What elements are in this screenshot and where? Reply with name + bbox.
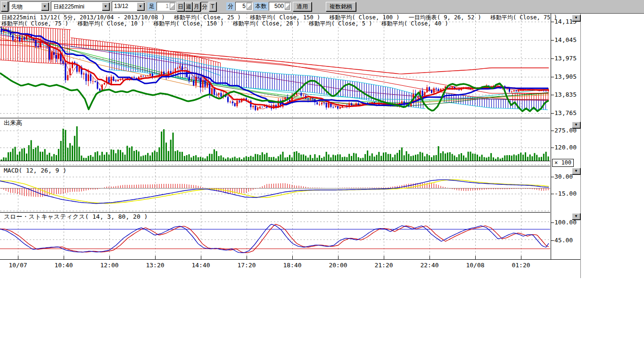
market-select-value: 先物 (11, 3, 23, 11)
period-minute-button[interactable]: 分 (201, 2, 208, 11)
time-axis-label: 18:40 (279, 262, 305, 269)
multi-symbol-button[interactable]: 複数銘柄 (326, 2, 356, 11)
stochastics-panel-label: スロー・ストキャスティクス( 14, 3, 80, 20 ) (4, 213, 148, 221)
chevron-down-icon: ▼ (137, 2, 144, 10)
y-axis-label: 13,765 (554, 109, 581, 116)
time-axis-label: 12:00 (96, 262, 123, 269)
period-tick-button[interactable]: T (209, 2, 216, 11)
chart-canvas (0, 0, 644, 362)
panel-indicator-dropdown-button[interactable]: ▼ (572, 213, 580, 220)
macd-signal-line (0, 180, 549, 203)
market-select[interactable]: 先物 ▼ (9, 1, 50, 11)
chevron-down-icon: ▼ (102, 2, 109, 10)
bar-type-label: 足 (148, 2, 156, 10)
period-week-button[interactable]: 週 (185, 2, 192, 11)
time-axis-label: 20:00 (325, 262, 351, 269)
bar-count-input[interactable]: 500 (269, 2, 291, 11)
spinner-icon[interactable] (285, 3, 290, 10)
panel-indicator-dropdown-button[interactable]: ▼ (572, 122, 580, 128)
time-axis-label: 21:20 (371, 262, 397, 269)
minutes-value: 5 (242, 3, 246, 9)
volume-panel-label: 出来高 (4, 119, 22, 127)
time-axis-label: 01:20 (508, 262, 534, 269)
trading-app-window: ▼ 先物 ▼ 日経225mini ▼ 13/12 ▼ 足 1 日 週 月 分 T… (0, 0, 644, 362)
time-axis-label: 14:40 (188, 262, 214, 269)
macd-line (0, 180, 549, 203)
spinner-icon[interactable] (247, 3, 252, 10)
minutes-label: 分 (226, 2, 235, 10)
bar-interval-value: 1 (165, 3, 169, 9)
stoch-k-line (0, 224, 549, 253)
minutes-input[interactable]: 5 (235, 2, 253, 11)
volume-unit-multiplier: × 100 (552, 159, 574, 167)
contract-month-select[interactable]: 13/12 ▼ (112, 1, 145, 11)
panel-indicator-dropdown-button[interactable]: ▼ (572, 15, 580, 21)
spinner-icon[interactable] (170, 3, 175, 10)
y-axis-label: 13,835 (554, 91, 581, 98)
chevron-down-icon: ▼ (3, 4, 7, 8)
time-axis-label: 13:20 (142, 262, 168, 269)
macd-histogram (1, 183, 548, 197)
y-axis-label: 13,905 (554, 73, 581, 80)
y-axis-label: 13,975 (554, 55, 581, 62)
collapsed-combo-button[interactable]: ▼ (1, 1, 8, 11)
panel-indicator-dropdown-button[interactable]: ▼ (572, 168, 580, 174)
bar-count-value: 500 (274, 3, 284, 9)
bar-count-label: 本数 (254, 2, 268, 10)
volume-layer (1, 126, 549, 161)
apply-button[interactable]: 適用 (293, 2, 312, 11)
contract-month-select-value: 13/12 (114, 3, 128, 9)
symbol-select-value: 日経225mini (53, 3, 84, 11)
y-axis-label: 45.00 (554, 237, 581, 244)
time-axis-label: 10/07 (5, 262, 31, 269)
period-month-button[interactable]: 月 (193, 2, 200, 11)
chart-legend-row-2: 移動平均( Close, 75 ) 移動平均( Close, 10 ) 移動平均… (1, 20, 448, 28)
y-axis-label: 100.00 (554, 219, 581, 226)
y-axis-label: 120.00 (554, 144, 581, 151)
bar-interval-input[interactable]: 1 (157, 2, 176, 11)
time-axis-label: 17:20 (233, 262, 260, 269)
stoch-d-line (0, 224, 549, 253)
toolbar: ▼ 先物 ▼ 日経225mini ▼ 13/12 ▼ 足 1 日 週 月 分 T… (0, 0, 644, 14)
time-axis-label: 10/08 (462, 262, 488, 269)
symbol-select[interactable]: 日経225mini ▼ (51, 1, 110, 11)
macd-panel-label: MACD( 12, 26, 9 ) (4, 167, 66, 174)
chevron-down-icon: ▼ (41, 2, 49, 10)
y-axis-label: 14,045 (554, 36, 581, 43)
period-day-button[interactable]: 日 (177, 2, 184, 11)
time-axis-label: 10:40 (50, 262, 77, 269)
plot-area (0, 14, 550, 259)
y-axis-label: -15.00 (554, 190, 581, 197)
time-axis-label: 22:40 (416, 262, 443, 269)
